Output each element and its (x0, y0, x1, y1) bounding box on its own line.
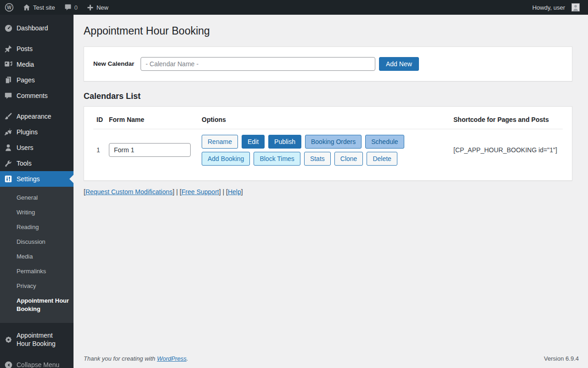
paintbrush-icon (4, 112, 13, 121)
submenu-item-media[interactable]: Media (0, 249, 74, 264)
column-header-id: ID (93, 116, 109, 123)
sidebar-item-media[interactable]: Media (0, 57, 74, 72)
wordpress-logo-icon: W (5, 3, 14, 12)
sidebar-item-settings[interactable]: Settings (0, 171, 74, 187)
settings-sliders-icon (4, 174, 13, 184)
calendar-name-input[interactable] (141, 57, 375, 71)
collapse-menu-button[interactable]: Collapse Menu (0, 357, 74, 368)
new-content-menu[interactable]: New (82, 0, 113, 15)
calendars-list-heading: Calendars List (84, 92, 572, 101)
block-times-button[interactable]: Block Times (254, 152, 300, 166)
sidebar-item-users[interactable]: Users (0, 140, 74, 155)
add-new-button[interactable]: Add New (379, 57, 419, 71)
menu-separator (0, 104, 74, 109)
submenu-item-general[interactable]: General (0, 190, 74, 205)
sidebar-item-posts[interactable]: Posts (0, 41, 74, 57)
collapse-menu-label: Collapse Menu (17, 359, 61, 368)
new-calendar-card: New Calendar Add New (84, 46, 572, 81)
submenu-item-permalinks[interactable]: Permalinks (0, 264, 74, 279)
admin-bar-left: W Test site 0 New (0, 0, 113, 15)
admin-bar: W Test site 0 New Howdy, user (0, 0, 588, 15)
site-name: Test site (33, 4, 55, 11)
admin-bar-right: Howdy, user (528, 0, 588, 15)
row-id: 1 (93, 146, 109, 154)
sidebar-item-label: Media (17, 58, 36, 70)
new-label: New (96, 4, 108, 11)
sidebar-item-pages[interactable]: Pages (0, 72, 74, 88)
column-header-form-name: Form Name (109, 116, 202, 123)
comments-icon (4, 91, 13, 100)
media-icon (4, 60, 13, 69)
rename-button[interactable]: Rename (202, 135, 238, 149)
column-header-options: Options (202, 116, 453, 123)
footer-thanks-period: . (187, 355, 188, 362)
admin-menu: Dashboard Posts Media Pages Comments (0, 15, 74, 187)
plugin-menu-section: Appointment Hour Booking Collapse Menu (0, 329, 74, 368)
comment-count: 0 (74, 4, 78, 11)
comments-shortcut[interactable]: 0 (60, 0, 82, 15)
howdy-text: Howdy, user (532, 4, 565, 11)
avatar (571, 3, 580, 12)
shortcode-text: [CP_APP_HOUR_BOOKING id="1"] (453, 146, 563, 154)
plug-icon (4, 127, 13, 137)
sidebar-item-tools[interactable]: Tools (0, 155, 74, 171)
stats-button[interactable]: Stats (304, 152, 331, 166)
pages-icon (4, 75, 13, 85)
main-panel: Appointment Hour Booking New Calendar Ad… (74, 15, 588, 351)
wordpress-link[interactable]: WordPress (157, 355, 187, 362)
home-icon (23, 4, 30, 11)
sidebar-item-comments[interactable]: Comments (0, 88, 74, 104)
footer-version: Version 6.9.4 (544, 355, 579, 362)
sidebar-item-label: Posts (17, 43, 34, 55)
calendars-table-card: ID Form Name Options Shortcode for Pages… (84, 106, 572, 181)
sidebar-item-label: Dashboard (17, 22, 50, 34)
collapse-arrow-icon (4, 360, 13, 368)
submenu-item-writing[interactable]: Writing (0, 205, 74, 220)
gear-icon (4, 335, 13, 344)
sidebar-item-appearance[interactable]: Appearance (0, 109, 74, 124)
sidebar-item-dashboard[interactable]: Dashboard (0, 20, 74, 36)
booking-orders-button[interactable]: Booking Orders (305, 135, 362, 149)
clone-button[interactable]: Clone (334, 152, 363, 166)
wrench-icon (4, 159, 13, 168)
form-name-input[interactable] (109, 143, 191, 157)
footer-thanks: Thank you for creating with WordPress. (84, 355, 188, 362)
help-link[interactable]: Help (228, 188, 241, 196)
submenu-item-privacy[interactable]: Privacy (0, 279, 74, 293)
submenu-item-appointment-hour-booking[interactable]: Appointment Hour Booking (0, 293, 74, 316)
table-header-row: ID Form Name Options Shortcode for Pages… (93, 115, 563, 129)
sidebar-item-label: Pages (17, 74, 37, 86)
sidebar-item-appointment-hour-booking[interactable]: Appointment Hour Booking (0, 329, 74, 350)
sidebar-item-label: Tools (17, 157, 34, 169)
bracket: ] (241, 188, 243, 196)
pushpin-icon (4, 44, 13, 53)
edit-button[interactable]: Edit (242, 135, 265, 149)
account-menu[interactable]: Howdy, user (528, 0, 584, 15)
separator: | (175, 188, 180, 196)
options-cell: Rename Edit Publish Booking Orders Sched… (202, 135, 431, 166)
form-name-cell (109, 143, 202, 157)
request-custom-modifications-link[interactable]: Request Custom Modifications (85, 188, 173, 196)
new-calendar-label: New Calendar (93, 60, 141, 67)
sidebar-item-label: Plugins (17, 126, 40, 138)
menu-separator (0, 36, 74, 41)
wordpress-logo-menu[interactable]: W (0, 0, 18, 15)
free-support-link[interactable]: Free Support (181, 188, 219, 196)
table-row: 1 Rename Edit Publish Booking Orders Sch… (93, 129, 563, 166)
footer-thanks-text: Thank you for creating with (84, 355, 157, 362)
sidebar-item-label: Users (17, 142, 35, 154)
publish-button[interactable]: Publish (268, 135, 301, 149)
sidebar-item-label: Appearance (17, 110, 53, 122)
sidebar-item-label: Appointment Hour Booking (17, 329, 68, 350)
add-booking-button[interactable]: Add Booking (202, 152, 250, 166)
submenu-item-reading[interactable]: Reading (0, 220, 74, 235)
user-icon (4, 143, 13, 152)
sidebar-item-plugins[interactable]: Plugins (0, 124, 74, 140)
site-link[interactable]: Test site (18, 0, 60, 15)
sidebar-item-label: Comments (17, 90, 50, 102)
submenu-item-discussion[interactable]: Discussion (0, 235, 74, 249)
svg-text:W: W (7, 5, 11, 10)
page-title: Appointment Hour Booking (84, 15, 572, 43)
schedule-button[interactable]: Schedule (365, 135, 404, 149)
delete-button[interactable]: Delete (367, 152, 397, 166)
